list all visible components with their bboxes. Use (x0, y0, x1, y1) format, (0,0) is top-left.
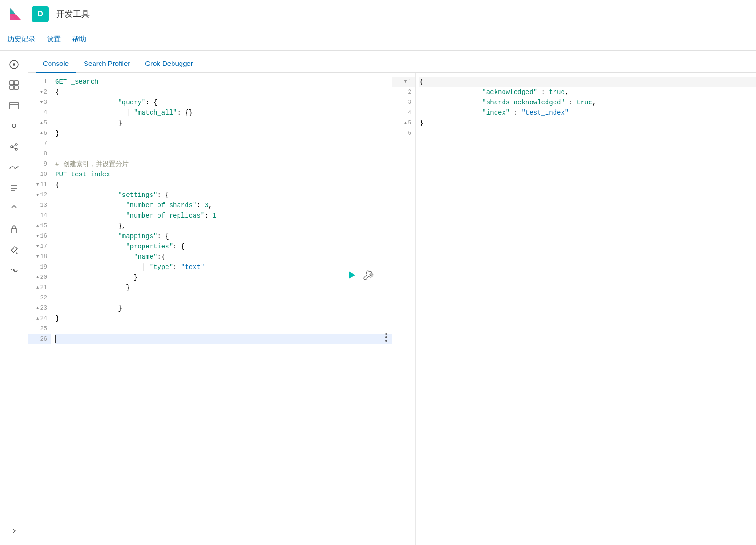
ln-19: 19 (28, 262, 51, 272)
sidebar-item-discover[interactable] (6, 56, 22, 73)
ln-1: 1 (28, 77, 51, 87)
ln-26: 26 (28, 334, 51, 344)
sidebar-item-dashboard[interactable] (6, 77, 22, 94)
sidebar-item-ml[interactable] (6, 138, 22, 155)
svg-rect-3 (10, 81, 14, 85)
code-line-23: } (55, 303, 392, 313)
menu-help[interactable]: 帮助 (72, 35, 86, 44)
svg-point-2 (13, 63, 15, 66)
ln-17: ▼17 (28, 241, 51, 252)
code-line-10: PUT test_index (55, 169, 392, 180)
sidebar-expand[interactable] (6, 523, 22, 539)
line-numbers-right: ▼1 2 3 4 ▲5 6 (392, 73, 416, 545)
app-title: 开发工具 (56, 8, 90, 20)
ln-3: ▼3 (28, 97, 51, 108)
svg-point-11 (11, 146, 13, 148)
svg-rect-7 (10, 102, 18, 109)
rln-4: 4 (392, 108, 415, 118)
rcode-line-4: "index" : "test_index" (419, 108, 756, 118)
svg-point-12 (15, 144, 17, 145)
svg-rect-5 (10, 86, 14, 89)
code-line-26 (55, 334, 392, 344)
main-layout: Console Search Profiler Grok Debugger 1 … (0, 51, 756, 545)
ln-15: ▲15 (28, 221, 51, 231)
code-line-8 (55, 149, 392, 159)
ln-2: ▼2 (28, 87, 51, 97)
sidebar-item-logs[interactable] (6, 180, 22, 196)
code-line-7 (55, 138, 392, 149)
sidebar-item-security[interactable] (6, 221, 22, 238)
tabs: Console Search Profiler Grok Debugger (28, 51, 756, 73)
ln-9: 9 (28, 159, 51, 169)
app-icon: D (32, 6, 49, 22)
tab-grok-debugger[interactable]: Grok Debugger (137, 55, 201, 73)
left-code-editor[interactable]: 1 ▼2 ▼3 4 ▲5 ▲6 7 8 9 10 ▼11 ▼12 13 14 (28, 73, 392, 545)
svg-marker-22 (349, 271, 355, 279)
rln-6: 6 (392, 128, 415, 138)
sidebar (0, 51, 28, 545)
left-editor[interactable]: 1 ▼2 ▼3 4 ▲5 ▲6 7 8 9 10 ▼11 ▼12 13 14 (28, 73, 392, 545)
ln-12: ▼12 (28, 190, 51, 200)
ln-14: 14 (28, 211, 51, 221)
wrench-button[interactable] (362, 269, 375, 282)
menu-settings[interactable]: 设置 (47, 35, 61, 44)
sidebar-item-apm[interactable] (6, 200, 22, 217)
rln-5: ▲5 (392, 118, 415, 128)
ln-18: ▼18 (28, 252, 51, 262)
ln-13: 13 (28, 200, 51, 211)
rln-2: 2 (392, 87, 415, 97)
ln-22: 22 (28, 293, 51, 303)
code-line-25 (55, 324, 392, 334)
svg-rect-19 (11, 229, 17, 233)
menu-bar: 历史记录 设置 帮助 (0, 28, 756, 51)
menu-history[interactable]: 历史记录 (7, 35, 36, 44)
ln-7: 7 (28, 138, 51, 149)
svg-line-20 (16, 253, 17, 254)
ln-10: 10 (28, 169, 51, 180)
more-options[interactable] (385, 333, 387, 342)
ln-8: 8 (28, 149, 51, 159)
svg-rect-4 (14, 81, 18, 85)
sidebar-item-canvas[interactable] (6, 97, 22, 114)
ln-4: 4 (28, 108, 51, 118)
code-line-21: } (55, 283, 392, 293)
ln-23: ▲23 (28, 303, 51, 313)
ln-11: ▼11 (28, 180, 51, 190)
line-numbers-left: 1 ▼2 ▼3 4 ▲5 ▲6 7 8 9 10 ▼11 ▼12 13 14 (28, 73, 51, 545)
run-button[interactable] (345, 269, 358, 282)
right-editor: ▼1 2 3 4 ▲5 6 { (392, 73, 756, 545)
right-code-content: { "acknowledged" : true, "shards_acknowl… (416, 73, 756, 545)
sidebar-item-monitoring[interactable] (6, 262, 22, 279)
ln-5: ▲5 (28, 118, 51, 128)
svg-point-9 (12, 124, 16, 128)
svg-point-13 (15, 148, 17, 150)
editor-area: 1 ▼2 ▼3 4 ▲5 ▲6 7 8 9 10 ▼11 ▼12 13 14 (28, 73, 756, 545)
rcode-line-6 (419, 128, 756, 138)
kibana-logo (7, 6, 24, 22)
code-line-5: } (55, 118, 392, 128)
tab-console[interactable]: Console (36, 55, 76, 73)
sidebar-item-devtools[interactable] (6, 241, 22, 258)
left-code-content[interactable]: GET _search { "query": { │ "match_a (51, 73, 392, 545)
top-bar: D 开发工具 (0, 0, 756, 28)
rln-3: 3 (392, 97, 415, 108)
svg-rect-6 (14, 86, 18, 89)
ln-25: 25 (28, 324, 51, 334)
sidebar-item-maps[interactable] (6, 118, 22, 135)
right-code-editor: ▼1 2 3 4 ▲5 6 { (392, 73, 756, 545)
code-line-1: GET _search (55, 77, 392, 87)
sidebar-item-uptime[interactable] (6, 159, 22, 176)
action-icons (345, 269, 375, 282)
ln-6: ▲6 (28, 128, 51, 138)
rln-1: ▼1 (392, 77, 415, 87)
content-area: Console Search Profiler Grok Debugger 1 … (28, 51, 756, 545)
tab-search-profiler[interactable]: Search Profiler (76, 55, 137, 73)
ln-24: ▲24 (28, 313, 51, 324)
code-line-9: # 创建索引，并设置分片 (55, 159, 392, 169)
svg-line-14 (13, 145, 15, 147)
ln-20: ▲20 (28, 272, 51, 283)
svg-point-21 (13, 269, 15, 271)
svg-line-15 (13, 147, 15, 149)
ln-16: ▼16 (28, 231, 51, 241)
ln-21: ▲21 (28, 283, 51, 293)
